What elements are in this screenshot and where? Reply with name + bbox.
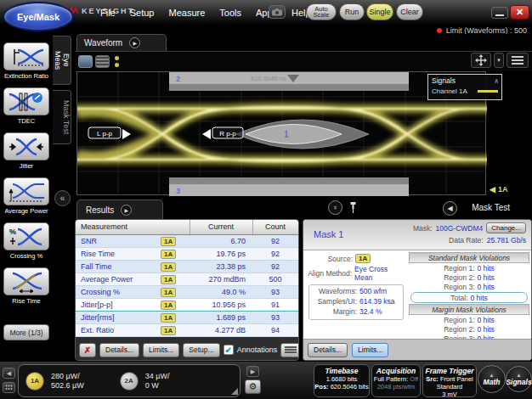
screenshot-camera-button[interactable] [269, 5, 286, 19]
details-button[interactable]: Details... [99, 343, 139, 357]
extinction-ratio-icon [8, 46, 45, 68]
results-tab-label: Results [86, 205, 114, 215]
frame-trigger-panel[interactable]: Frame Trigger Src: Front Panel Standard … [422, 364, 477, 397]
run-button[interactable]: Run [339, 3, 365, 20]
table-row[interactable]: Jitter[rms] 1A 1.689 ps 93 [76, 311, 298, 323]
waveform-tab-menu-icon[interactable]: ▶ [129, 37, 140, 48]
sidebar-item-tdec[interactable]: TDEC [0, 87, 53, 125]
sidebar-item-average-power[interactable]: Average Power [0, 177, 53, 215]
right-arrow-icon [122, 129, 131, 139]
collapse-sidebar-button[interactable]: « [54, 190, 71, 206]
left-pp-marker[interactable]: L p-p [88, 127, 131, 139]
standard-violations-title: Standard Mask Violations [409, 252, 529, 263]
math-label: Math [484, 378, 501, 386]
acquisition-title: Acquisition [372, 367, 420, 375]
region-value: 0 hits [478, 273, 495, 282]
eye-diagram-plot[interactable]: 2 620.5046 ns 3 1 [76, 71, 486, 195]
menu-measure[interactable]: Measure [168, 8, 205, 18]
pan-tool-button[interactable] [471, 53, 491, 68]
frame-trigger-title: Frame Trigger [423, 367, 476, 375]
settings-gear-button[interactable]: ⚙ [245, 379, 261, 394]
samples-label: Samples/UI: [309, 297, 357, 306]
mask-region-1-label: 1 [284, 130, 289, 139]
tiled-display-button[interactable] [95, 55, 110, 68]
table-row[interactable]: Crossing % 1A 49.0 % 93 [76, 285, 298, 298]
tool-dropdown-button[interactable]: ▼ [494, 53, 504, 68]
pin-icon[interactable] [349, 201, 357, 214]
panel-resize-handle[interactable] [231, 388, 238, 395]
results-tab-menu-icon[interactable]: ▶ [121, 205, 132, 216]
mask-label: Mask: [413, 224, 433, 233]
mask-limits-button[interactable]: Limits... [352, 343, 388, 357]
delete-measurement-button[interactable]: ✗ [79, 343, 96, 357]
status-bar: ◀ 1A 280 µW/ 502.6 µW 2A 34 µW/ 0 W [0, 361, 532, 399]
source-badge: 1A [161, 301, 176, 310]
clear-button[interactable]: Clear [396, 3, 423, 20]
sidebar-item-extinction-ratio[interactable]: Extinction Ratio [0, 42, 53, 80]
table-row[interactable]: Fall Time 1A 23.38 ps 92 [76, 260, 298, 273]
limit-indicator-dot [437, 28, 442, 33]
full-pattern-label: Full Pattern: [374, 375, 408, 383]
waveform-tab[interactable]: Waveform ▶ [76, 34, 167, 51]
change-mask-button[interactable]: Change... [486, 222, 526, 233]
right-pp-marker[interactable]: R p-p [202, 127, 243, 139]
close-button[interactable]: ✕ [510, 5, 529, 20]
mask-test-expand-button[interactable]: ◀ [443, 201, 457, 216]
region-value: 0 hits [478, 316, 495, 324]
legend-channel-label: Channel 1A [432, 87, 467, 95]
mask-header: Mask 1 Mask: 100G-CWDM4 Change... Data R… [303, 220, 531, 250]
timebase-panel[interactable]: Timebase 1.6680 bits Pos: 620.5046 bits [314, 364, 370, 397]
minimize-button[interactable] [491, 7, 508, 19]
sidebar-item-crossing[interactable]: % Crossing % [0, 222, 53, 260]
menu-file[interactable]: File [100, 8, 116, 18]
auto-scale-button[interactable]: Auto Scale [306, 3, 337, 20]
channels-prev-button[interactable]: ◀ [3, 368, 15, 379]
table-row[interactable]: Rise Time 1A 19.76 ps 92 [76, 247, 298, 260]
results-footer: ✗ Details... Limits... Setup... ✔ Annota… [76, 340, 298, 360]
tab-eye-meas[interactable]: Eye Meas [53, 36, 71, 85]
timebase-position-marker: 620.5046 ns [251, 75, 286, 82]
table-view-button[interactable] [280, 343, 299, 357]
signals-button[interactable]: ▲ Signals [506, 366, 532, 392]
annotations-label: Annotations [237, 346, 278, 354]
timebase-pos-label: Pos: [314, 383, 328, 391]
limits-button[interactable]: Limits... [143, 343, 179, 357]
channels-grid-button[interactable] [3, 382, 15, 393]
channel-status-panel[interactable]: 1A 280 µW/ 502.6 µW 2A 34 µW/ 0 W [18, 364, 241, 397]
mask-stats-box: Waveforms:500 wfm Samples/UI:614.39 ksa … [308, 284, 404, 320]
sidebar-item-jitter[interactable]: Jitter [0, 132, 53, 170]
region-label: Region 3: [444, 283, 474, 291]
eye-mask-mode-button[interactable]: Eye/Mask [3, 2, 74, 31]
main-area: Waveform ▶ ▼ [75, 34, 532, 361]
legend-collapse-icon[interactable]: ∧ [494, 79, 498, 83]
table-row[interactable]: Average Power 1A 270 mdBm 500 [76, 273, 298, 285]
more-measurements-button[interactable]: More (1/3) [3, 324, 49, 340]
channel-1a-button[interactable]: 1A [25, 372, 44, 391]
table-row[interactable]: SNR 1A 6.70 92 [76, 234, 298, 247]
annotations-checkbox[interactable]: ✔ [224, 345, 234, 355]
mask-details-button[interactable]: Details... [308, 343, 348, 357]
acquisition-panel[interactable]: Acquisition Full Pattern: Off 2048 pts/w… [371, 364, 421, 397]
mask-name: Mask 1 [314, 229, 343, 239]
region-label: Region 2: [444, 325, 474, 334]
timebase-pos-value: 620.5046 bits [331, 383, 369, 391]
single-button[interactable]: Single [366, 3, 393, 20]
math-button[interactable]: ▲ Math [478, 365, 506, 393]
sidebar-item-label: Average Power [0, 207, 53, 215]
channel-1a-level-marker[interactable]: ◀ 1A [490, 185, 507, 194]
channels-next-button[interactable]: ▶ [246, 366, 259, 377]
dropdown-icon: ▼ [496, 58, 501, 63]
collapse-panel-button[interactable]: » [328, 200, 342, 215]
table-row[interactable]: Ext. Ratio 1A 4.277 dB 94 [76, 323, 298, 336]
tab-mask-test-side[interactable]: Mask Test [53, 90, 71, 144]
plot-menu-button[interactable] [507, 53, 529, 68]
menu-tools[interactable]: Tools [219, 8, 241, 18]
sidebar-item-rise-time[interactable]: Rise Time [0, 267, 53, 305]
results-tab[interactable]: Results ▶ [76, 200, 163, 219]
setup-button[interactable]: Setup... [183, 343, 219, 357]
single-display-button[interactable] [78, 55, 93, 68]
table-row-selected[interactable]: Jitter[p-p] 1A 10.956 ps 91 [76, 298, 298, 311]
play-icon: ▶ [125, 207, 129, 213]
channel-2a-button[interactable]: 2A [120, 372, 139, 391]
menu-setup[interactable]: Setup [130, 8, 155, 18]
